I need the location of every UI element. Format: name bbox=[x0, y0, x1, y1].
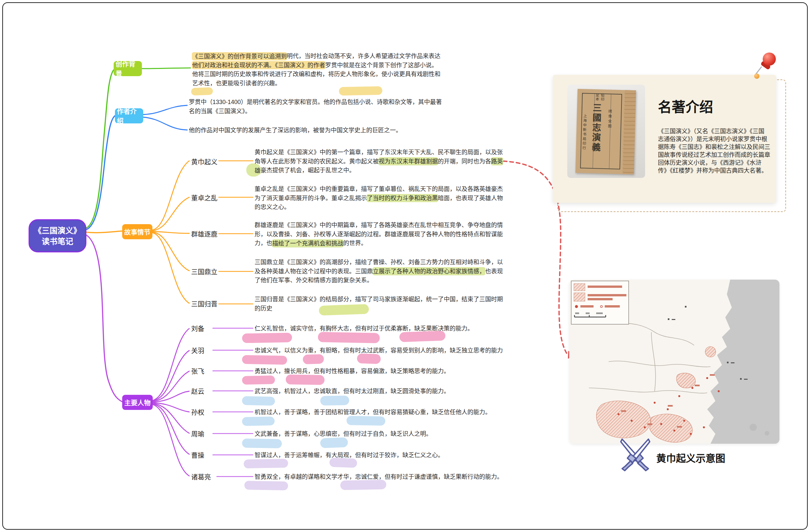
character-zhouyu[interactable]: 周瑜 bbox=[191, 429, 204, 438]
root-title-line1: 《三国演义》 bbox=[34, 225, 81, 236]
highlight-blob bbox=[346, 416, 385, 426]
character-guanyu[interactable]: 关羽 bbox=[191, 346, 204, 355]
desc-zhouyu[interactable]: 文武兼备，善于谋略，心思缜密，但有时过于自负，缺乏识人之明。 bbox=[255, 429, 432, 437]
note-zuozhe-1[interactable]: 罗贯中（1330-1400）是明代著名的文学家和官员。他的作品包括小说、诗歌和杂… bbox=[189, 98, 442, 116]
book-title-vertical: 三國志演義 bbox=[589, 103, 603, 153]
desc-zhaoyun[interactable]: 武艺高强，机智过人，忠诚耿直，但有时太过刚直，缺乏圆滑处事的能力。 bbox=[255, 386, 450, 395]
map-island bbox=[749, 424, 757, 431]
book-text-small: 足本 bbox=[594, 93, 600, 101]
character-zhugeliang[interactable]: 诸葛亮 bbox=[191, 472, 211, 481]
note-zuozhe-2[interactable]: 他的作品对中国文学的发展产生了深远的影响，被誉为中国文学史上的巨匠之一。 bbox=[189, 126, 402, 135]
book-text-left: 上海中新书局印行 bbox=[581, 114, 587, 151]
note-sanguoguijin[interactable]: 三国归晋是《三国演义》的结局部分，描写了司马家族逐渐崛起，统一了中国，结束了三国… bbox=[255, 295, 503, 313]
character-zhaoyun[interactable]: 赵云 bbox=[191, 386, 204, 396]
character-sunquan[interactable]: 孙权 bbox=[191, 407, 204, 417]
desc-sunquan[interactable]: 机智过人，善于谋略，善于团结和管理人才，但有时容易猜疑心重，缺乏信任他人的能力。 bbox=[255, 407, 491, 416]
desc-guanyu[interactable]: 忠诚义气，以信义为重，有胆略，但有时太过武断，容易受到别人的影响，缺乏独立思考的… bbox=[255, 346, 503, 354]
note-qunxiongzhulu[interactable]: 群雄逐鹿是《三国演义》中的中期篇章，描写了各路英雄豪杰在乱世中相互竞争、争夺地盘… bbox=[255, 221, 503, 248]
highlight-blob bbox=[242, 355, 287, 365]
highlight-blob bbox=[244, 481, 288, 490]
book-photo: 足本 铅印 三國志演義 绣像全图 上海中新书局印行 bbox=[567, 85, 645, 178]
edge-root-zhuyaorenwu bbox=[84, 234, 122, 402]
desc-zhugeliang[interactable]: 智勇双全，有卓越的谋略和文学才华，忠诚仁爱，但有时过于谦虚谨慎，缺乏果断行动的能… bbox=[255, 472, 503, 481]
highlight-blob bbox=[303, 354, 324, 364]
highlight-blob bbox=[357, 353, 381, 364]
character-caocao[interactable]: 曹操 bbox=[191, 450, 204, 460]
desc-caocao[interactable]: 智谋过人，善于运筹帷幄，有大局观，但有时过于狡诈，缺乏仁义之心。 bbox=[255, 450, 444, 459]
book-text-small: 铅印 bbox=[599, 93, 605, 101]
note-huangjinqiyi[interactable]: 黄巾起义是《三国演义》中的第一个篇章，描写了东汉末年天下大乱、民不聊生的局面，以… bbox=[255, 148, 503, 175]
topic-qunxiongzhulu[interactable]: 群雄逐鹿 bbox=[191, 229, 217, 238]
note-dongzhuozhiluan[interactable]: 董卓之乱是《三国演义》中的重要篇章，描写了董卓篡位、祸乱天下的局面，以及各路英雄… bbox=[255, 185, 503, 212]
desc-zhangfei[interactable]: 勇猛过人，擅长用兵，但有时性格粗暴，容易偏激，缺乏策略思考的能力。 bbox=[255, 366, 450, 375]
highlight-blob bbox=[400, 331, 446, 342]
branch-gushiqingjie[interactable]: 故事情节 bbox=[122, 224, 152, 239]
topic-huangjinqiyi[interactable]: 黄巾起义 bbox=[191, 157, 217, 166]
map-island bbox=[765, 431, 769, 435]
frame-divider bbox=[609, 94, 611, 168]
desc-liubei[interactable]: 仁义礼智信，诚实守信，有胸怀大志，但有时过于优柔寡断，缺乏果断决策的能力。 bbox=[255, 323, 473, 332]
highlight-blob bbox=[191, 87, 213, 96]
highlight-blob bbox=[242, 333, 292, 343]
highlight-blob bbox=[320, 396, 349, 406]
pin-ball-icon bbox=[754, 73, 759, 79]
note-sanguodingli[interactable]: 三国鼎立是《三国演义》的高潮部分，描绘了曹操、孙权、刘备三方势力的互相对峙和斗争… bbox=[255, 258, 503, 285]
topic-sanguodingli[interactable]: 三国鼎立 bbox=[191, 267, 217, 276]
card-body: 《三国演义》（又名《三国志演义》《三国 志通俗演义》）是元末明初小说家罗贯中根 … bbox=[658, 127, 774, 174]
highlight-blob bbox=[242, 396, 275, 406]
root-title-line2: 读书笔记 bbox=[42, 236, 73, 247]
edge-root-gushiqingjie bbox=[84, 231, 122, 233]
highlight-blob bbox=[242, 416, 275, 426]
topic-sanguoguijin[interactable]: 三国归晋 bbox=[191, 299, 217, 309]
highlight-blob bbox=[329, 458, 357, 468]
pushpin-icon bbox=[763, 52, 776, 66]
topic-dongzhuozhiluan[interactable]: 董卓之乱 bbox=[191, 193, 217, 202]
character-zhangfei[interactable]: 张飞 bbox=[191, 366, 204, 376]
card-title: 名著介绍 bbox=[658, 96, 713, 116]
branch-chuangzuobeijing[interactable]: 创作背景 bbox=[114, 61, 142, 76]
branch-zuozhejieshao[interactable]: 作者介绍 bbox=[115, 108, 143, 123]
huangjin-uprising-map bbox=[569, 280, 779, 444]
highlight-blob bbox=[242, 438, 282, 448]
edge-root-zuozhejieshao bbox=[84, 116, 115, 230]
map-legend bbox=[571, 281, 629, 324]
character-liubei[interactable]: 刘备 bbox=[191, 323, 204, 333]
highlight-blob bbox=[244, 459, 288, 468]
book-cover: 足本 铅印 三國志演義 绣像全图 上海中新书局印行 bbox=[576, 89, 636, 174]
root-node[interactable]: 《三国演义》 读书笔记 bbox=[29, 219, 86, 252]
highlight-blob bbox=[340, 480, 386, 490]
book-text-right: 绣像全图 bbox=[607, 109, 613, 129]
highlight-blob bbox=[286, 375, 325, 385]
branch-zhuyaorenwu[interactable]: 主要人物 bbox=[122, 395, 153, 410]
highlight-blob bbox=[318, 332, 380, 343]
map-caption: 黄巾起义示意图 bbox=[656, 450, 725, 465]
book-spine bbox=[623, 90, 636, 174]
mindmap-canvas: 《三国演义》 读书笔记 创作背景 作者介绍 故事情节 主要人物 《三国演义》的创… bbox=[0, 0, 810, 532]
highlight-blob bbox=[242, 376, 275, 385]
note-chuangzuobeijing[interactable]: 《三国演义》的创作背景可以追溯到明代，当时社会动荡不安，许多人希望通过文学作品来… bbox=[192, 52, 440, 88]
crossed-swords-icon bbox=[619, 437, 651, 473]
highlight-blob bbox=[320, 437, 348, 448]
